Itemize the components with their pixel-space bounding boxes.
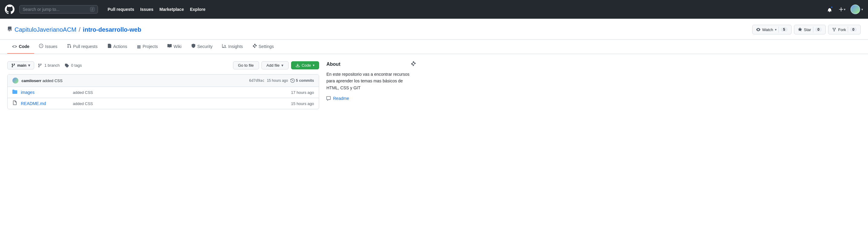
branch-right: Go to file Add file ▾ Code ▾: [233, 61, 319, 69]
notification-dot: [831, 6, 833, 8]
about-description: En este repositorio vas a encontrar recu…: [327, 71, 416, 91]
repo-header: CapituloJaverianoACM / intro-desarrollo-…: [0, 19, 868, 39]
gear-icon[interactable]: [411, 61, 416, 67]
tags-link[interactable]: 0 tags: [65, 63, 82, 68]
tab-actions[interactable]: Actions: [102, 39, 132, 54]
commits-link[interactable]: 5 commits: [290, 78, 314, 83]
branch-name: main: [17, 63, 26, 68]
branches-count: 1: [44, 63, 46, 68]
tab-code-label: Code: [19, 44, 29, 49]
file-icon: [12, 101, 17, 106]
tab-insights[interactable]: Insights: [217, 39, 248, 54]
tab-insights-label: Insights: [228, 44, 243, 49]
branch-caret: ▾: [28, 63, 30, 68]
about-readme: Readme: [327, 96, 416, 101]
tab-pull-requests[interactable]: Pull requests: [62, 39, 102, 54]
tab-issues[interactable]: Issues: [34, 39, 62, 54]
repo-owner-link[interactable]: CapituloJaverianoACM: [14, 26, 76, 33]
readme-link[interactable]: Readme: [333, 96, 349, 101]
star-button[interactable]: Star 0: [794, 25, 826, 34]
security-icon: [191, 44, 195, 49]
star-label: Star: [804, 28, 811, 32]
settings-icon: [253, 44, 257, 49]
repo-actions: Watch ▾ 5 Star 0 Fork 0: [752, 25, 861, 39]
commit-time: 15 hours ago: [267, 78, 288, 83]
fork-label: Fork: [838, 28, 846, 32]
explore-link[interactable]: Explore: [187, 5, 208, 13]
file-commit-msg: added CSS: [73, 90, 287, 95]
file-table: camiloserr added CSS 6d7d9ac 15 hours ag…: [7, 74, 319, 109]
go-to-file-button[interactable]: Go to file: [233, 61, 259, 69]
notifications-button[interactable]: [826, 5, 834, 13]
repo-icon: [7, 27, 12, 33]
repo-name-link[interactable]: intro-desarrollo-web: [83, 26, 141, 33]
watch-button[interactable]: Watch ▾ 5: [752, 25, 792, 34]
create-button[interactable]: ▾: [837, 5, 847, 13]
add-file-button[interactable]: Add file ▾: [261, 61, 289, 69]
folder-icon: [12, 89, 17, 95]
marketplace-link[interactable]: Marketplace: [157, 5, 186, 13]
tab-wiki[interactable]: Wiki: [163, 39, 186, 54]
tab-bar: <> Code Issues Pull requests Actions ▦ P…: [0, 39, 868, 54]
insights-icon: [222, 44, 226, 49]
actions-icon: [107, 44, 112, 49]
commit-author: camiloserr: [22, 78, 41, 83]
tab-projects[interactable]: ▦ Projects: [132, 40, 163, 54]
watch-caret: ▾: [775, 28, 777, 32]
tab-actions-label: Actions: [113, 44, 127, 49]
tab-security[interactable]: Security: [186, 39, 218, 54]
tab-settings-label: Settings: [259, 44, 274, 49]
watch-count: 5: [781, 28, 787, 32]
file-age: 15 hours ago: [291, 101, 314, 106]
file-name-link[interactable]: images: [21, 90, 69, 95]
projects-icon: ▦: [137, 44, 141, 49]
repo-content: main ▾ 1 branch 0 tags: [7, 61, 319, 109]
search-kbd: /: [90, 7, 95, 12]
tab-code[interactable]: <> Code: [7, 40, 34, 54]
add-file-label: Add file: [267, 63, 280, 68]
about-header: About: [327, 61, 416, 67]
branch-meta: 1 branch 0 tags: [38, 63, 82, 68]
code-button[interactable]: Code ▾: [291, 61, 319, 69]
avatar: [850, 4, 860, 14]
branches-link[interactable]: 1 branch: [38, 63, 60, 68]
star-count: 0: [815, 28, 822, 32]
commit-info: camiloserr added CSS: [22, 78, 246, 83]
tab-wiki-label: Wiki: [174, 44, 181, 49]
watch-label: Watch: [762, 28, 773, 32]
commit-header: camiloserr added CSS 6d7d9ac 15 hours ag…: [7, 74, 319, 87]
tab-projects-label: Projects: [143, 44, 158, 49]
file-age: 17 hours ago: [291, 90, 314, 95]
branches-label: branch: [48, 63, 60, 68]
pull-requests-link[interactable]: Pull requests: [105, 5, 136, 13]
issues-icon: [39, 44, 43, 49]
branch-bar: main ▾ 1 branch 0 tags: [7, 61, 319, 69]
commits-label: commits: [299, 78, 314, 83]
search-box[interactable]: /: [19, 5, 98, 13]
commit-hash[interactable]: 6d7d9ac: [249, 78, 265, 83]
tab-security-label: Security: [197, 44, 213, 49]
wiki-icon: [167, 44, 172, 49]
github-logo[interactable]: [5, 4, 14, 14]
fork-divider: [848, 27, 848, 33]
fork-button[interactable]: Fork 0: [828, 25, 861, 34]
main-content: main ▾ 1 branch 0 tags: [0, 54, 423, 116]
topnav-right: ▾ ▾: [826, 4, 863, 14]
issues-link[interactable]: Issues: [138, 5, 156, 13]
code-caret: ▾: [313, 63, 315, 67]
search-input[interactable]: [23, 7, 88, 12]
file-name-link[interactable]: README.md: [21, 101, 69, 106]
pull-requests-icon: [67, 44, 71, 49]
user-menu[interactable]: ▾: [850, 4, 863, 14]
commit-author-avatar: [12, 77, 19, 83]
avatar-caret: ▾: [861, 7, 863, 11]
commit-message: added CSS: [42, 78, 63, 83]
code-button-label: Code: [302, 63, 311, 68]
branch-selector[interactable]: main ▾: [7, 61, 34, 69]
tab-settings[interactable]: Settings: [248, 39, 279, 54]
code-icon: <>: [12, 44, 17, 49]
commits-count: 5: [296, 78, 298, 83]
tab-issues-label: Issues: [45, 44, 57, 49]
commit-right: 6d7d9ac 15 hours ago 5 commits: [249, 78, 314, 83]
star-divider: [813, 27, 813, 33]
